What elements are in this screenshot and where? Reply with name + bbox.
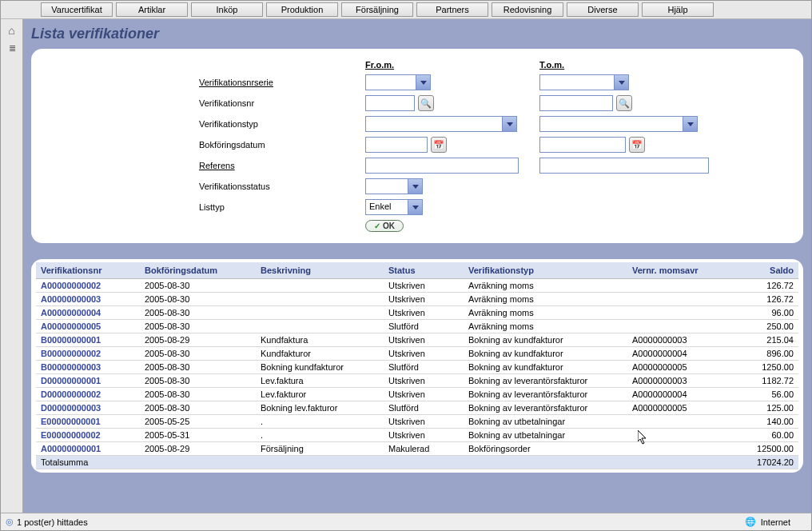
vnr-link[interactable]: A00000000004 xyxy=(41,308,101,317)
col-saldo[interactable]: Saldo xyxy=(727,262,798,279)
calendar-icon[interactable]: 📅 xyxy=(629,137,645,153)
serie-to-select[interactable] xyxy=(539,74,629,90)
col-beskrivning[interactable]: Beskrivning xyxy=(256,262,384,279)
vtyp-from-select[interactable] xyxy=(365,116,517,132)
menu-forsaljning[interactable]: Försäljning xyxy=(341,2,413,17)
col-vmoms[interactable]: Vernr. momsavr xyxy=(627,262,727,279)
cell-saldo: 125.00 xyxy=(727,401,798,415)
table-row: E000000000012005-05-25.UtskrivenBokning … xyxy=(36,415,798,429)
total-row: Totalsumma17024.20 xyxy=(36,456,798,469)
ok-button[interactable]: OK xyxy=(365,220,404,232)
listtyp-select[interactable]: Enkel xyxy=(365,199,423,215)
vnr-link[interactable]: D00000000003 xyxy=(41,403,101,413)
vnr-link[interactable]: B00000000001 xyxy=(41,335,101,345)
list-icon[interactable]: ≣ xyxy=(9,43,15,54)
cell-vmoms: A0000000005 xyxy=(627,401,727,415)
vnr-link[interactable]: A00000000005 xyxy=(41,321,101,331)
vnr-link[interactable]: D00000000002 xyxy=(41,389,101,399)
referens-to-input[interactable] xyxy=(539,158,709,174)
status-text: 1 post(er) hittades xyxy=(17,517,88,527)
search-icon[interactable]: 🔍 xyxy=(418,95,434,111)
table-row: A000000000052005-08-30SlutfördAvräkning … xyxy=(36,320,798,333)
cell-vmoms: A0000000004 xyxy=(627,347,727,361)
vnr-link[interactable]: B00000000003 xyxy=(41,362,101,372)
vtyp-to-select[interactable] xyxy=(539,116,698,132)
statusbar: ◎ 1 post(er) hittades 🌐 Internet xyxy=(1,513,811,530)
menu-varucertifikat[interactable]: Varucertifikat xyxy=(41,2,113,17)
menu-artiklar[interactable]: Artiklar xyxy=(116,2,188,17)
vnr-to-input[interactable] xyxy=(539,95,613,111)
filter-panel: Fr.o.m. T.o.m. Verifikationsnrserie Veri… xyxy=(31,49,803,243)
calendar-icon[interactable]: 📅 xyxy=(431,137,447,153)
cell-vmoms xyxy=(627,442,727,456)
bokdatum-from-input[interactable] xyxy=(365,137,428,153)
col-status[interactable]: Status xyxy=(384,262,464,279)
vstatus-select[interactable] xyxy=(365,178,423,194)
cell-saldo: 12500.00 xyxy=(727,442,798,456)
menu-redovisning[interactable]: Redovisning xyxy=(492,2,563,17)
cell-status: Utskriven xyxy=(384,374,464,388)
vnr-from-input[interactable] xyxy=(365,95,415,111)
cell-desc: . xyxy=(256,429,384,442)
cell-status: Slutförd xyxy=(384,361,464,374)
cell-date: 2005-08-30 xyxy=(140,401,256,415)
label-referens: Referens xyxy=(199,161,359,170)
cell-status: Utskriven xyxy=(384,415,464,429)
col-bokdatum[interactable]: Bokföringsdatum xyxy=(140,262,256,279)
cell-desc xyxy=(256,279,384,293)
vnr-link[interactable]: A00000000003 xyxy=(41,294,101,304)
cell-saldo: 140.00 xyxy=(727,415,798,429)
cell-status: Makulerad xyxy=(384,442,464,456)
cell-vtyp: Bokning av leverantörsfakturor xyxy=(464,388,627,401)
cell-vmoms: A0000000003 xyxy=(627,374,727,388)
menu-produktion[interactable]: Produktion xyxy=(266,2,338,17)
menu-hjalp[interactable]: Hjälp xyxy=(642,2,714,17)
cell-vtyp: Bokning av kundfakturor xyxy=(464,361,627,374)
cell-vmoms: A0000000003 xyxy=(627,333,727,347)
cell-vmoms: A0000000004 xyxy=(627,388,727,401)
label-vnr: Verifikationsnr xyxy=(199,98,359,108)
vnr-link[interactable]: A00000000002 xyxy=(41,281,101,290)
vnr-link[interactable]: A00000000001 xyxy=(41,444,101,453)
chevron-down-icon xyxy=(687,122,694,126)
referens-from-input[interactable] xyxy=(365,158,519,174)
table-row: A000000000042005-08-30UtskrivenAvräkning… xyxy=(36,306,798,320)
label-serie: Verifikationsnrserie xyxy=(199,78,359,87)
vnr-link[interactable]: B00000000002 xyxy=(41,349,101,358)
vnr-link[interactable]: E00000000002 xyxy=(41,430,101,440)
cell-saldo: 215.04 xyxy=(727,333,798,347)
vnr-link[interactable]: D00000000001 xyxy=(41,376,101,385)
chevron-down-icon xyxy=(420,81,427,85)
cell-vtyp: Bokning av kundfakturor xyxy=(464,347,627,361)
sidebar: ⌂ ≣ xyxy=(1,19,23,513)
cell-vtyp: Bokföringsorder xyxy=(464,442,627,456)
col-vnr[interactable]: Verifikationsnr xyxy=(36,262,140,279)
bokdatum-to-input[interactable] xyxy=(539,137,626,153)
vnr-link[interactable]: E00000000001 xyxy=(41,417,101,426)
cell-desc xyxy=(256,293,384,306)
cell-status: Utskriven xyxy=(384,429,464,442)
cell-desc: Lev.faktura xyxy=(256,374,384,388)
chevron-down-icon xyxy=(507,122,513,126)
cell-vtyp: Bokning av leverantörsfakturor xyxy=(464,401,627,415)
menu-diverse[interactable]: Diverse xyxy=(567,2,639,17)
cell-saldo: 1182.72 xyxy=(727,374,798,388)
cell-status: Utskriven xyxy=(384,279,464,293)
results-table: Verifikationsnr Bokföringsdatum Beskrivn… xyxy=(36,262,798,469)
menu-inkop[interactable]: Inköp xyxy=(191,2,263,17)
zone-text: Internet xyxy=(761,517,790,527)
home-icon[interactable]: ⌂ xyxy=(8,24,14,37)
page-icon: ◎ xyxy=(6,517,14,527)
cell-status: Slutförd xyxy=(384,401,464,415)
table-row: B000000000012005-08-29KundfakturaUtskriv… xyxy=(36,333,798,347)
search-icon[interactable]: 🔍 xyxy=(616,95,632,111)
col-vtyp[interactable]: Verifikationstyp xyxy=(464,262,627,279)
cell-status: Utskriven xyxy=(384,306,464,320)
cell-status: Utskriven xyxy=(384,347,464,361)
table-row: D000000000012005-08-30Lev.fakturaUtskriv… xyxy=(36,374,798,388)
menu-partners[interactable]: Partners xyxy=(416,2,488,17)
results-panel: Verifikationsnr Bokföringsdatum Beskrivn… xyxy=(31,259,803,473)
page-title: Lista verifikationer xyxy=(31,26,803,42)
cell-vmoms xyxy=(627,429,727,442)
serie-from-select[interactable] xyxy=(365,74,431,90)
